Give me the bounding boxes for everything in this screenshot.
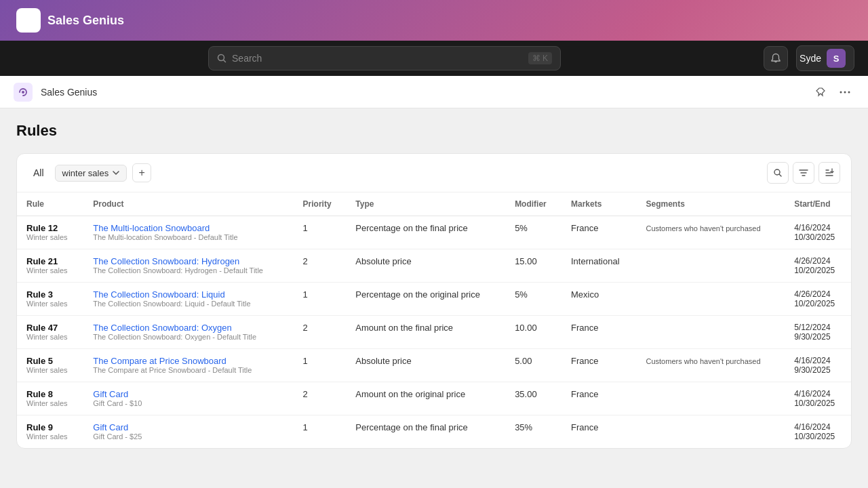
segments-cell (637, 249, 785, 283)
search-filter-button[interactable] (767, 162, 789, 184)
nav-bar: Search ⌘ K Syde S (0, 41, 868, 76)
priority-cell: 1 (294, 283, 347, 316)
filter-tab-winter-sales[interactable]: winter sales (55, 165, 127, 182)
sub-header-title: Sales Genius (41, 87, 97, 98)
rule-name: Rule 12 (26, 223, 74, 233)
rule-name: Rule 47 (26, 323, 74, 333)
rule-tag: Winter sales (26, 266, 74, 274)
markets-cell: France (561, 382, 637, 415)
table-toolbar: All winter sales + (17, 154, 851, 192)
rules-table: Rule Product Priority Type Modifier Mark… (17, 192, 851, 448)
product-link[interactable]: The Compare at Price Snowboard (93, 356, 226, 366)
add-filter-button[interactable]: + (132, 163, 151, 182)
table-row: Rule 21 Winter sales The Collection Snow… (17, 249, 851, 283)
col-markets: Markets (561, 192, 637, 216)
product-link[interactable]: Gift Card (93, 422, 128, 432)
markets-cell: France (561, 349, 637, 382)
modifier-cell: 5% (505, 283, 561, 316)
date-cell: 5/12/2024 9/30/2025 (785, 316, 851, 349)
table-row: Rule 3 Winter sales The Collection Snowb… (17, 283, 851, 316)
search-icon (217, 54, 226, 63)
date-cell: 4/16/2024 10/30/2025 (785, 216, 851, 249)
sub-header-actions (811, 83, 854, 102)
svg-point-0 (26, 18, 31, 22)
priority-cell: 2 (294, 382, 347, 415)
svg-point-5 (848, 91, 850, 93)
rule-tag: Winter sales (26, 399, 74, 407)
svg-point-4 (844, 91, 846, 93)
rule-tag: Winter sales (26, 333, 74, 341)
product-link[interactable]: The Collection Snowboard: Hydrogen (93, 256, 239, 266)
product-link[interactable]: The Multi-location Snowboard (93, 223, 210, 233)
user-name: Syde (800, 53, 821, 64)
product-subtitle: The Multi-location Snowboard - Default T… (93, 233, 283, 241)
product-subtitle: The Collection Snowboard: Hydrogen - Def… (93, 266, 283, 274)
priority-cell: 1 (294, 415, 347, 449)
more-options-button[interactable] (835, 83, 854, 102)
page-content: Rules All winter sales + (0, 108, 868, 462)
segments-cell (637, 382, 785, 415)
segments-cell: Customers who haven't purchased (637, 216, 785, 249)
rules-table-container: All winter sales + (16, 153, 852, 449)
col-modifier: Modifier (505, 192, 561, 216)
user-menu[interactable]: Syde S (796, 45, 854, 71)
top-bar: Sales Genius (0, 0, 868, 41)
markets-cell: France (561, 316, 637, 349)
svg-point-3 (840, 91, 842, 93)
product-link[interactable]: The Collection Snowboard: Oxygen (93, 323, 232, 333)
search-box[interactable]: Search ⌘ K (208, 46, 561, 70)
sub-logo-icon (14, 83, 33, 102)
col-startend: Start/End (785, 192, 851, 216)
pin-button[interactable] (811, 83, 830, 102)
table-row: Rule 9 Winter sales Gift Card Gift Card … (17, 415, 851, 449)
nav-right: Syde S (764, 45, 854, 71)
table-body: Rule 12 Winter sales The Multi-location … (17, 216, 851, 449)
col-priority: Priority (294, 192, 347, 216)
type-cell: Percentage on the final price (346, 216, 505, 249)
type-cell: Percentage on the original price (346, 283, 505, 316)
svg-point-2 (22, 91, 24, 94)
modifier-cell: 5% (505, 216, 561, 249)
table-row: Rule 47 Winter sales The Collection Snow… (17, 316, 851, 349)
rule-name: Rule 5 (26, 356, 74, 366)
sort-button[interactable] (818, 162, 840, 184)
date-cell: 4/16/2024 9/30/2025 (785, 349, 851, 382)
rule-name: Rule 21 (26, 256, 74, 266)
type-cell: Percentage on the final price (346, 415, 505, 449)
rule-tag: Winter sales (26, 233, 74, 241)
modifier-cell: 35% (505, 415, 561, 449)
rule-name: Rule 9 (26, 422, 74, 432)
priority-cell: 2 (294, 249, 347, 283)
rule-name: Rule 3 (26, 289, 74, 300)
sub-header: Sales Genius (0, 76, 868, 108)
search-shortcut: ⌘ K (528, 52, 552, 64)
segments-cell (637, 283, 785, 316)
markets-cell: Mexico (561, 283, 637, 316)
product-link[interactable]: The Collection Snowboard: Liquid (93, 289, 224, 300)
avatar: S (827, 49, 846, 68)
type-cell: Amount on the final price (346, 316, 505, 349)
product-link[interactable]: Gift Card (93, 389, 128, 399)
priority-cell: 1 (294, 349, 347, 382)
filter-options-button[interactable] (793, 162, 814, 184)
toolbar-right (767, 162, 840, 184)
search-placeholder: Search (232, 53, 523, 64)
product-subtitle: The Collection Snowboard: Oxygen - Defau… (93, 333, 283, 341)
notifications-button[interactable] (764, 46, 788, 70)
tab-all[interactable]: All (28, 165, 50, 181)
table-row: Rule 5 Winter sales The Compare at Price… (17, 349, 851, 382)
priority-cell: 1 (294, 216, 347, 249)
table-row: Rule 12 Winter sales The Multi-location … (17, 216, 851, 249)
table-header: Rule Product Priority Type Modifier Mark… (17, 192, 851, 216)
product-subtitle: The Collection Snowboard: Liquid - Defau… (93, 300, 283, 308)
col-rule: Rule (17, 192, 83, 216)
product-subtitle: The Compare at Price Snowboard - Default… (93, 366, 283, 374)
date-cell: 4/26/2024 10/20/2025 (785, 283, 851, 316)
modifier-cell: 5.00 (505, 349, 561, 382)
modifier-cell: 10.00 (505, 316, 561, 349)
rule-name: Rule 8 (26, 389, 74, 399)
app-name: Sales Genius (47, 14, 124, 28)
filter-label: winter sales (62, 168, 109, 178)
page-title: Rules (16, 122, 852, 140)
type-cell: Amount on the original price (346, 382, 505, 415)
